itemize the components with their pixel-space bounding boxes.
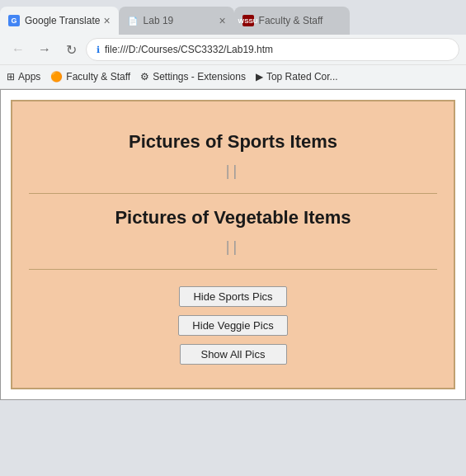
address-text: file:///D:/Courses/CSC3332/Lab19.htm: [105, 44, 273, 55]
hide-veggie-button[interactable]: Hide Veggie Pics: [178, 315, 287, 336]
apps-grid-icon: ⊞: [7, 71, 15, 82]
veggie-placeholder: ||: [29, 238, 437, 256]
settings-gear-icon: ⚙: [140, 71, 149, 82]
bookmarks-bar: ⊞ Apps 🟠 Faculty & Staff ⚙ Settings - Ex…: [0, 64, 466, 89]
page-content: Pictures of Sports Items || Pictures of …: [0, 89, 466, 400]
address-bar[interactable]: ℹ file:///D:/Courses/CSC3332/Lab19.htm: [86, 38, 459, 61]
main-container: Pictures of Sports Items || Pictures of …: [11, 100, 455, 389]
tab-translate-label: Google Translate: [25, 15, 100, 26]
sports-section-title: Pictures of Sports Items: [29, 131, 437, 153]
tab-lab19[interactable]: 📄 Lab 19 ×: [119, 7, 234, 35]
wssu-favicon: WSSU: [242, 15, 254, 26]
refresh-button[interactable]: ↻: [59, 38, 82, 61]
forward-button[interactable]: →: [33, 38, 56, 61]
bookmark-faculty-label: Faculty & Staff: [66, 71, 130, 82]
sports-section: Pictures of Sports Items ||: [29, 118, 437, 193]
veggie-section: Pictures of Vegetable Items ||: [29, 194, 437, 269]
bookmark-settings[interactable]: ⚙ Settings - Extensions: [140, 71, 246, 82]
play-icon: ▶: [256, 71, 263, 82]
bookmark-toprated[interactable]: ▶ Top Rated Cor...: [256, 71, 338, 82]
bookmark-faculty[interactable]: 🟠 Faculty & Staff: [50, 71, 130, 82]
show-all-button[interactable]: Show All Pics: [180, 344, 287, 365]
tab-wssu[interactable]: WSSU Faculty & Staff: [234, 7, 350, 35]
secure-icon: ℹ: [96, 45, 100, 55]
back-button[interactable]: ←: [7, 38, 30, 61]
sports-placeholder: ||: [29, 163, 437, 180]
google-translate-favicon: G: [8, 15, 20, 26]
tab-translate-close[interactable]: ×: [103, 14, 110, 27]
tab-lab19-close[interactable]: ×: [219, 14, 225, 27]
bookmark-apps[interactable]: ⊞ Apps: [7, 71, 40, 82]
tab-lab19-label: Lab 19: [144, 15, 216, 26]
hide-sports-button[interactable]: Hide Sports Pics: [179, 286, 286, 307]
tab-google-translate[interactable]: G Google Translate ×: [0, 7, 119, 35]
faculty-icon: 🟠: [50, 71, 63, 82]
bookmark-apps-label: Apps: [18, 71, 40, 82]
browser-chrome: G Google Translate × 📄 Lab 19 × WSSU Fac…: [0, 0, 466, 89]
tab-bar: G Google Translate × 📄 Lab 19 × WSSU Fac…: [0, 0, 466, 35]
veggie-section-title: Pictures of Vegetable Items: [29, 207, 437, 229]
bookmark-toprated-label: Top Rated Cor...: [266, 71, 338, 82]
tab-wssu-label: Faculty & Staff: [259, 15, 341, 26]
nav-bar: ← → ↻ ℹ file:///D:/Courses/CSC3332/Lab19…: [0, 35, 466, 64]
lab19-favicon: 📄: [127, 15, 139, 26]
buttons-section: Hide Sports Pics Hide Veggie Pics Show A…: [178, 270, 287, 371]
bookmark-settings-label: Settings - Extensions: [153, 71, 246, 82]
